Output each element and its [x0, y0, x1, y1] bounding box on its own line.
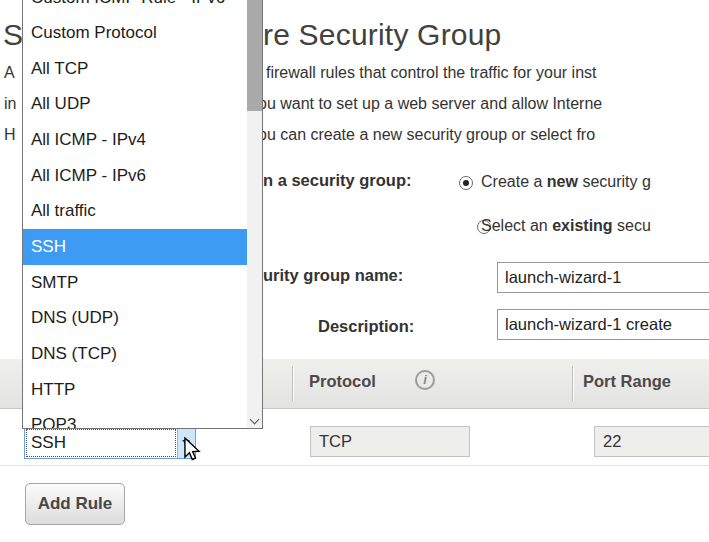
type-dropdown-panel: Custom ICMP Rule - IPv6 Custom Protocol …: [22, 0, 263, 429]
type-select[interactable]: SSH: [24, 427, 196, 459]
radio-create-new-label-prefix: Create a: [481, 173, 547, 190]
radio-select-existing-label-prefix: Select an: [481, 217, 552, 234]
page-title: re Security Group: [263, 18, 502, 52]
dropdown-option-dns-tcp[interactable]: DNS (TCP): [23, 336, 247, 372]
radio-create-new-label-suffix: security g: [578, 173, 651, 190]
protocol-info-icon[interactable]: i: [415, 370, 435, 390]
dropdown-scroll-down-icon[interactable]: [247, 412, 262, 428]
intro-line1-left: A: [4, 64, 15, 82]
column-divider: [292, 366, 294, 401]
add-rule-button[interactable]: Add Rule: [25, 483, 125, 525]
protocol-column-header: Protocol: [309, 372, 376, 391]
radio-select-existing-label-bold: existing: [552, 217, 612, 234]
dropdown-option-dns-udp[interactable]: DNS (UDP): [23, 300, 247, 336]
protocol-value-field: TCP: [310, 426, 470, 457]
dropdown-option-smtp[interactable]: SMTP: [23, 265, 247, 301]
configure-security-group-page: S re Security Group A firewall rules tha…: [0, 0, 709, 542]
intro-line3: ou can create a new security group or se…: [258, 126, 595, 144]
description-input[interactable]: [497, 309, 709, 340]
port-range-value-field: 22: [594, 426, 709, 457]
radio-select-existing-label-suffix: secu: [613, 217, 651, 234]
radio-select-existing-label[interactable]: Select an existing secu: [481, 217, 651, 235]
section-divider: [0, 465, 709, 466]
page-title-left-fragment: S: [3, 18, 23, 52]
description-label: Description:: [318, 317, 414, 336]
intro-line2: ou want to set up a web server and allow…: [258, 95, 602, 113]
security-group-name-input[interactable]: [497, 262, 709, 293]
intro-line2-left: in: [4, 95, 16, 113]
dropdown-option-ssh[interactable]: SSH: [23, 229, 247, 265]
mouse-cursor-icon: [181, 437, 203, 461]
dropdown-option-all-tcp[interactable]: All TCP: [23, 51, 247, 87]
intro-line1: firewall rules that control the traffic …: [266, 64, 597, 82]
radio-create-new-label[interactable]: Create a new security g: [481, 173, 651, 191]
security-group-name-label: urity group name:: [263, 266, 403, 285]
dropdown-option-all-icmp-ipv4[interactable]: All ICMP - IPv4: [23, 122, 247, 158]
type-select-value[interactable]: SSH: [25, 428, 177, 458]
dropdown-option-all-traffic[interactable]: All traffic: [23, 193, 247, 229]
column-divider: [572, 366, 574, 401]
dropdown-scrollbar-thumb[interactable]: [247, 0, 262, 111]
dropdown-option-all-icmp-ipv6[interactable]: All ICMP - IPv6: [23, 158, 247, 194]
dropdown-option-custom-protocol[interactable]: Custom Protocol: [23, 15, 247, 51]
dropdown-option-custom-icmp-ipv6[interactable]: Custom ICMP Rule - IPv6: [23, 0, 247, 15]
intro-line3-left: H: [4, 126, 16, 144]
radio-create-new-security-group[interactable]: [459, 176, 473, 190]
assign-security-group-label: n a security group:: [263, 171, 412, 190]
dropdown-option-all-udp[interactable]: All UDP: [23, 86, 247, 122]
dropdown-option-http[interactable]: HTTP: [23, 372, 247, 408]
dropdown-scrollbar[interactable]: [247, 0, 262, 428]
port-range-column-header: Port Range: [583, 372, 671, 391]
radio-create-new-label-bold: new: [547, 173, 578, 190]
dropdown-option-pop3[interactable]: POP3: [23, 407, 247, 429]
type-dropdown-list: Custom ICMP Rule - IPv6 Custom Protocol …: [23, 0, 247, 429]
